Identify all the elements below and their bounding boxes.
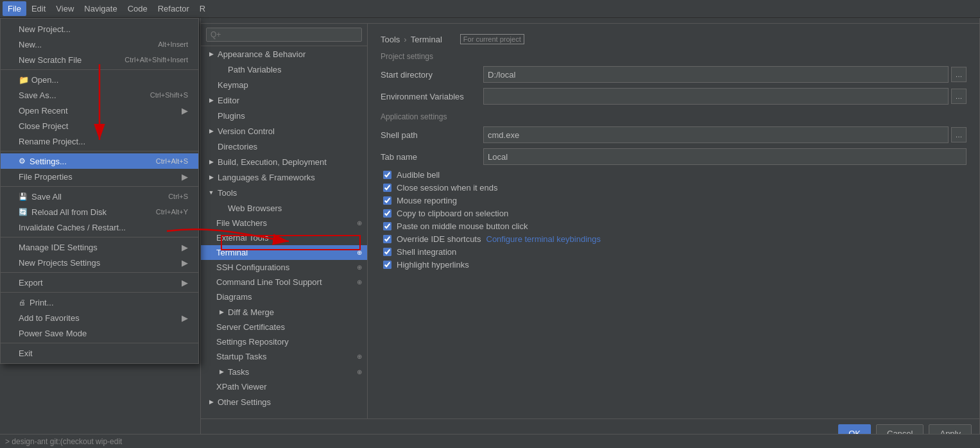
shell-path-input-wrap: … — [483, 126, 967, 143]
sidebar-item-build[interactable]: ▶ Build, Execution, Deployment — [201, 154, 367, 169]
shell-path-input[interactable] — [483, 126, 949, 143]
search-input[interactable] — [206, 28, 362, 42]
menu-navigate[interactable]: Navigate — [79, 1, 122, 16]
expand-icon: ▶ — [206, 49, 216, 59]
mouse-reporting-checkbox[interactable] — [383, 196, 391, 205]
sidebar-item-external-tools[interactable]: External Tools — [201, 230, 367, 245]
checkbox-shell-integration: Shell integration — [381, 247, 967, 257]
start-directory-browse-btn[interactable]: … — [951, 67, 967, 82]
sidebar-item-xpath-viewer[interactable]: XPath Viewer — [201, 379, 367, 394]
sidebar-item-editor[interactable]: ▶ Editor — [201, 92, 367, 108]
expand-icon: ▶ — [216, 307, 227, 317]
separator-3 — [1, 186, 198, 187]
menu-new-project[interactable]: New Project... — [1, 21, 198, 37]
audible-bell-checkbox[interactable] — [383, 171, 391, 179]
sidebar-item-diff-merge[interactable]: ▶ Diff & Merge — [201, 304, 367, 320]
menu-add-to-favorites[interactable]: Add to Favorites ▶ — [1, 310, 198, 325]
reload-icon: 🔄 — [19, 208, 28, 216]
menu-file[interactable]: File — [3, 1, 26, 16]
sidebar-item-web-browsers[interactable]: Web Browsers — [201, 200, 367, 216]
menu-print[interactable]: 🖨 Print... — [1, 295, 198, 310]
start-directory-input[interactable] — [483, 66, 949, 83]
sidebar-item-version-control[interactable]: ▶ Version Control — [201, 123, 367, 139]
separator-2 — [1, 151, 198, 151]
shell-path-browse-btn[interactable]: … — [951, 127, 967, 142]
menu-save-as[interactable]: Save As... Ctrl+Shift+S — [1, 87, 198, 103]
start-directory-input-wrap: … — [483, 66, 967, 83]
shell-path-label: Shell path — [381, 130, 483, 140]
checkbox-paste-middle: Paste on middle mouse button click — [381, 221, 967, 231]
sidebar-item-diagrams[interactable]: Diagrams — [201, 289, 367, 304]
menu-open[interactable]: 📁 Open... — [1, 72, 198, 87]
menu-r[interactable]: R — [194, 1, 211, 16]
configure-keybindings-link[interactable]: Configure terminal keybindings — [486, 234, 601, 244]
menu-exit[interactable]: Exit — [1, 345, 198, 361]
menu-export[interactable]: Export ▶ — [1, 275, 198, 290]
menu-new-scratch[interactable]: New Scratch File Ctrl+Alt+Shift+Insert — [1, 52, 198, 67]
print-icon: 🖨 — [19, 298, 26, 306]
expand-icon: ▶ — [216, 366, 227, 377]
sidebar-item-startup-tasks[interactable]: Startup Tasks ⊕ — [201, 349, 367, 364]
sidebar-item-terminal[interactable]: Terminal ⊕ — [201, 245, 367, 260]
close-session-checkbox[interactable] — [383, 184, 391, 192]
sidebar-item-plugins[interactable]: Plugins — [201, 108, 367, 123]
menu-refactor[interactable]: Refactor — [153, 1, 194, 16]
shell-path-row: Shell path … — [381, 126, 967, 143]
menu-power-save[interactable]: Power Save Mode — [1, 325, 198, 341]
menu-code[interactable]: Code — [123, 1, 153, 16]
menubar: File Edit View Navigate Code Refactor R — [0, 0, 980, 18]
menu-reload[interactable]: 🔄 Reload All from Disk Ctrl+Alt+Y — [1, 204, 198, 220]
env-vars-row: Environment Variables … — [381, 88, 967, 105]
sidebar-item-appearance[interactable]: ▶ Appearance & Behavior — [201, 46, 367, 62]
start-directory-row: Start directory … — [381, 66, 967, 83]
menu-open-recent[interactable]: Open Recent ▶ — [1, 103, 198, 118]
sidebar-item-settings-repo[interactable]: Settings Repository — [201, 334, 367, 349]
paste-middle-label: Paste on middle mouse button click — [397, 221, 528, 231]
menu-save-all[interactable]: 💾 Save All Ctrl+S — [1, 189, 198, 204]
env-vars-label: Environment Variables — [381, 92, 483, 101]
paste-middle-checkbox[interactable] — [383, 222, 391, 230]
separator-7 — [1, 343, 198, 343]
menu-new-projects-settings[interactable]: New Projects Settings ▶ — [1, 255, 198, 270]
tab-name-input[interactable] — [483, 148, 967, 165]
sidebar-item-tools[interactable]: ▼ Tools — [201, 185, 367, 200]
sidebar-item-other-settings[interactable]: ▶ Other Settings — [201, 394, 367, 409]
breadcrumb-tools: Tools — [381, 35, 400, 44]
menu-close-project[interactable]: Close Project — [1, 118, 198, 134]
breadcrumb: Tools › Terminal For current project — [381, 34, 967, 44]
expand-icon: ▶ — [206, 157, 216, 167]
settings-dialog: Settings ✕ ▶ Appearance & Behavior Path … — [200, 0, 980, 448]
settings-content: ▶ Appearance & Behavior Path Variables K… — [201, 24, 979, 418]
env-vars-browse-btn[interactable]: … — [951, 89, 967, 104]
menu-edit[interactable]: Edit — [26, 1, 51, 16]
settings-icon: ⚙ — [19, 157, 26, 166]
menu-file-properties[interactable]: File Properties ▶ — [1, 169, 198, 184]
tasks-indicator: ⊕ — [357, 368, 362, 375]
help-section: ? — [201, 409, 367, 418]
menu-new[interactable]: New... Alt+Insert — [1, 37, 198, 52]
env-vars-input[interactable] — [483, 88, 949, 105]
highlight-hyperlinks-checkbox[interactable] — [383, 261, 391, 269]
separator-1 — [1, 69, 198, 70]
status-text: > design-ant git:(checkout wip-edit — [5, 437, 122, 446]
menu-invalidate[interactable]: Invalidate Caches / Restart... — [1, 220, 198, 235]
menu-view[interactable]: View — [51, 1, 79, 16]
menu-settings[interactable]: ⚙ Settings... Ctrl+Alt+S — [1, 153, 198, 169]
sidebar-item-path-vars[interactable]: Path Variables — [201, 62, 367, 77]
shell-integration-checkbox[interactable] — [383, 248, 391, 256]
sidebar-item-languages[interactable]: ▶ Languages & Frameworks — [201, 169, 367, 185]
sidebar-item-ssh-configs[interactable]: SSH Configurations ⊕ — [201, 260, 367, 275]
separator-6 — [1, 292, 198, 293]
sidebar-item-cmdline-tool[interactable]: Command Line Tool Support ⊕ — [201, 275, 367, 289]
menu-rename-project[interactable]: Rename Project... — [1, 134, 198, 149]
sidebar-item-server-certs[interactable]: Server Certificates — [201, 320, 367, 334]
close-session-label: Close session when it ends — [397, 183, 498, 193]
sidebar-item-directories[interactable]: Directories — [201, 139, 367, 154]
override-ide-checkbox[interactable] — [383, 235, 391, 243]
sidebar-item-tasks[interactable]: ▶ Tasks ⊕ — [201, 364, 367, 379]
sidebar-item-keymap[interactable]: Keymap — [201, 77, 367, 92]
settings-right-panel: Tools › Terminal For current project Pro… — [368, 24, 979, 418]
copy-clipboard-checkbox[interactable] — [383, 209, 391, 218]
sidebar-item-file-watchers[interactable]: File Watchers ⊕ — [201, 216, 367, 230]
menu-manage-ide[interactable]: Manage IDE Settings ▶ — [1, 239, 198, 255]
